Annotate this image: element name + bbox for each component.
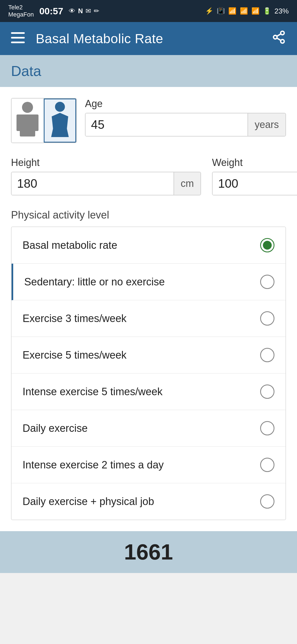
radio-circle-3 [260, 348, 274, 362]
female-gender-button[interactable] [44, 99, 76, 143]
app-bar: Basal Metabolic Rate [0, 22, 297, 55]
activity-option-0[interactable]: Basal metabolic rate [12, 227, 285, 264]
share-icon[interactable] [272, 30, 286, 47]
n-icon: N [78, 7, 83, 15]
activity-radio-list: Basal metabolic rateSedentary: little or… [11, 227, 286, 520]
weight-label: Weight [212, 157, 297, 168]
status-time: 00:57 [39, 6, 63, 17]
age-label: Age [85, 98, 286, 110]
height-input-group: cm [11, 172, 201, 195]
vibrate-icon: 📳 [217, 7, 225, 15]
activity-option-label-4: Intense exercise 5 times/week [23, 386, 163, 398]
height-label: Height [11, 157, 201, 168]
radio-circle-2 [260, 311, 274, 326]
age-input-group: years [85, 113, 286, 137]
section-title: Data [11, 63, 286, 79]
status-bar: Tele2 MegaFon 00:57 👁 N ✉ ✏ ⚡ 📳 📶 📶 📶 🔋 … [0, 0, 297, 22]
svg-rect-1 [11, 37, 25, 39]
activity-option-label-5: Daily exercise [23, 422, 88, 434]
carrier-info: Tele2 MegaFon [8, 4, 34, 18]
battery-percent: 23% [274, 7, 289, 15]
male-gender-button[interactable] [12, 99, 44, 143]
activity-option-6[interactable]: Intense exercise 2 times a day [12, 447, 285, 483]
svg-rect-0 [11, 32, 25, 34]
activity-option-4[interactable]: Intense exercise 5 times/week [12, 373, 285, 410]
svg-line-6 [277, 38, 281, 40]
gender-selector [11, 98, 77, 143]
height-input[interactable] [12, 172, 174, 195]
data-section-header: Data [0, 55, 297, 87]
bluetooth-icon: ⚡ [205, 7, 213, 15]
svg-rect-11 [33, 114, 38, 131]
app-title: Basal Metabolic Rate [36, 31, 272, 46]
result-value: 1661 [11, 539, 286, 565]
radio-circle-1 [260, 275, 274, 289]
signal1-icon: 📶 [240, 7, 248, 15]
result-area: 1661 [0, 531, 297, 573]
radio-circle-4 [260, 384, 274, 399]
hamburger-menu-icon[interactable] [11, 32, 25, 45]
eye-icon: 👁 [69, 7, 75, 15]
radio-circle-7 [260, 494, 274, 509]
height-weight-row: Height cm Weight kg [11, 157, 286, 195]
svg-point-8 [22, 102, 33, 113]
status-left: Tele2 MegaFon 00:57 👁 N ✉ ✏ [8, 4, 99, 18]
form-area: Age years Height cm Weight kg [0, 87, 297, 531]
activity-option-label-1: Sedentary: little or no exercise [24, 276, 165, 288]
svg-point-12 [55, 102, 65, 112]
svg-line-7 [277, 34, 281, 36]
activity-option-5[interactable]: Daily exercise [12, 410, 285, 447]
radio-circle-0 [260, 238, 274, 252]
activity-option-1[interactable]: Sedentary: little or no exercise [12, 264, 285, 300]
weight-input[interactable] [213, 172, 297, 195]
svg-rect-10 [16, 114, 22, 131]
main-content: Data [0, 55, 297, 573]
age-unit: years [248, 113, 285, 136]
activity-option-label-2: Exercise 3 times/week [23, 313, 127, 324]
height-unit: cm [174, 172, 200, 195]
battery-icon: 🔋 [263, 7, 271, 15]
edit-icon: ✏ [94, 7, 99, 15]
svg-marker-14 [51, 125, 69, 137]
male-figure-icon [14, 101, 41, 140]
activity-option-3[interactable]: Exercise 5 times/week [12, 337, 285, 373]
age-input[interactable] [86, 113, 248, 136]
activity-option-2[interactable]: Exercise 3 times/week [12, 300, 285, 337]
status-icons: ⚡ 📳 📶 📶 📶 🔋 23% [205, 7, 289, 15]
radio-circle-5 [260, 421, 274, 435]
activity-option-label-0: Basal metabolic rate [23, 239, 117, 251]
svg-rect-9 [20, 114, 35, 137]
activity-level-label: Physical activity level [11, 209, 286, 221]
activity-option-label-6: Intense exercise 2 times a day [23, 459, 164, 471]
female-figure-icon [46, 101, 74, 140]
wifi-icon: 📶 [228, 7, 237, 15]
radio-circle-6 [260, 458, 274, 472]
weight-field-group: Weight kg [212, 157, 297, 195]
gender-age-row: Age years [11, 98, 286, 143]
activity-option-7[interactable]: Daily exercise + physical job [12, 483, 285, 520]
weight-input-group: kg [212, 172, 297, 195]
age-field-group: Age years [85, 98, 286, 143]
height-field-group: Height cm [11, 157, 201, 195]
activity-option-label-3: Exercise 5 times/week [23, 349, 127, 361]
svg-rect-2 [11, 42, 25, 43]
signal2-icon: 📶 [251, 7, 260, 15]
activity-option-label-7: Daily exercise + physical job [23, 496, 154, 507]
mail-icon: ✉ [86, 7, 91, 15]
